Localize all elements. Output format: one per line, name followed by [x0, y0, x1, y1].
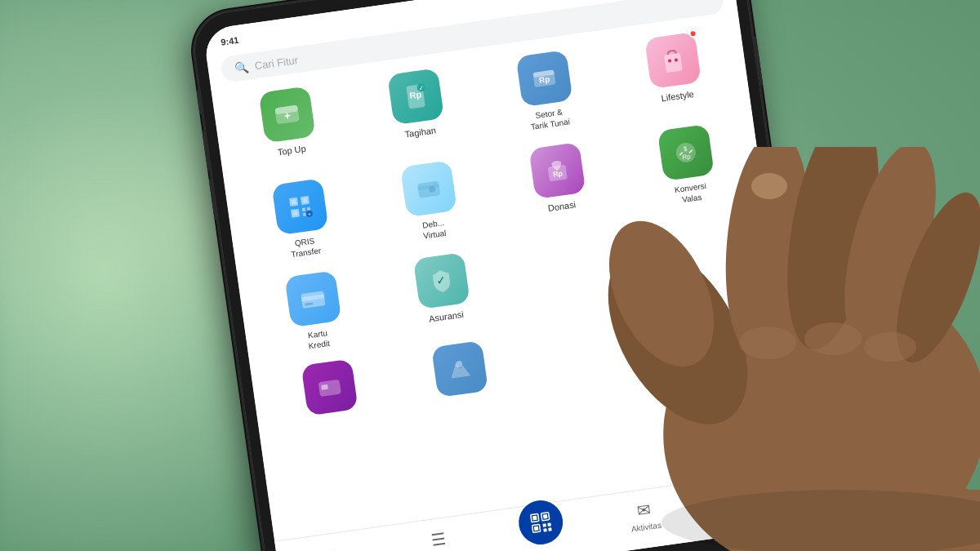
svg-rect-46: [547, 522, 551, 527]
konversi-icon: $ Rp: [657, 124, 714, 181]
svg-rect-42: [543, 513, 548, 518]
asuransi-label: Asuransi: [428, 309, 464, 325]
svg-rect-48: [548, 527, 552, 531]
phone-screen: 9:41 ▌▌▌ 📶 🔋 🔍 Cari Fitur: [203, 0, 810, 551]
search-icon: 🔍: [234, 60, 249, 75]
svg-rect-47: [543, 528, 547, 532]
app-qris-transfer[interactable]: + QRISTransfer: [234, 168, 368, 271]
svg-text:✓: ✓: [417, 84, 424, 92]
kartu-icon: [284, 270, 341, 327]
svg-text:Rp: Rp: [681, 153, 691, 161]
svg-rect-40: [532, 515, 537, 520]
app-top-up[interactable]: + Top Up: [221, 76, 355, 179]
qris-transfer-icon: +: [271, 178, 328, 235]
nav-akun[interactable]: 👤 Akun: [694, 478, 801, 523]
akun-label: Akun: [739, 506, 759, 518]
status-time: 9:41: [220, 35, 239, 47]
svg-rect-21: [302, 212, 306, 216]
app-donasi[interactable]: Rp Donasi: [492, 132, 626, 235]
lifestyle-icon: [644, 32, 701, 89]
lifestyle-label: Lifestyle: [661, 88, 695, 104]
more2-icon: [431, 340, 488, 398]
svg-rect-18: [292, 211, 298, 216]
notification-badge: [688, 29, 697, 38]
svg-text:✓: ✓: [435, 273, 447, 287]
konversi-label: KonversiValas: [674, 180, 708, 206]
donasi-label: Donasi: [547, 198, 577, 214]
spacer2: [681, 300, 740, 367]
spacer: [557, 318, 616, 384]
akun-icon: 👤: [735, 484, 758, 506]
svg-rect-37: [321, 384, 328, 390]
app-more2[interactable]: [427, 335, 492, 403]
app-more1[interactable]: [296, 353, 362, 421]
search-placeholder: Cari Fitur: [254, 53, 299, 71]
mutasi-icon: ☰: [430, 528, 447, 549]
app-kartu-kredit[interactable]: KartuKredit: [247, 260, 381, 363]
nav-home[interactable]: 🏠: [283, 542, 389, 551]
aktivitas-icon: ✉: [635, 500, 652, 521]
svg-rect-19: [301, 208, 305, 212]
donasi-icon: Rp: [528, 142, 586, 199]
nav-qris[interactable]: [488, 509, 595, 551]
svg-rect-10: [663, 53, 682, 73]
aktivitas-label: Aktivitas: [630, 520, 662, 533]
nav-mutasi[interactable]: ☰ Mutasi: [385, 522, 492, 551]
app-konversi-valas[interactable]: $ Rp KonversiValas: [620, 114, 754, 217]
app-dompet-virtual[interactable]: Deb...Virtual: [363, 150, 497, 253]
setor-icon: Rp: [515, 50, 572, 107]
top-up-icon: +: [258, 86, 315, 143]
svg-rect-16: [302, 198, 308, 203]
tagihan-label: Tagihan: [404, 124, 437, 140]
dompet-icon: [399, 160, 457, 217]
svg-text:Rp: Rp: [538, 74, 550, 85]
top-up-label: Top Up: [277, 143, 307, 158]
home-icon: 🏠: [325, 548, 348, 551]
svg-text:Rp: Rp: [552, 169, 564, 179]
setor-label: Setor &Tarik Tunai: [528, 105, 571, 131]
app-lifestyle[interactable]: Lifestyle: [608, 22, 742, 125]
svg-rect-45: [542, 523, 546, 527]
more1-icon: [301, 358, 358, 415]
app-tagihan[interactable]: Rp ✓ Tagihan: [350, 58, 484, 161]
qris-transfer-label: QRISTransfer: [289, 234, 322, 260]
kartu-label: KartuKredit: [306, 327, 330, 351]
nav-aktivitas[interactable]: ✉ Aktivitas: [591, 493, 698, 538]
tagihan-icon: Rp ✓: [387, 68, 444, 125]
app-setor[interactable]: Rp Setor &Tarik Tunai: [479, 40, 612, 143]
dompet-label: Deb...Virtual: [421, 217, 448, 242]
phone-wrapper: 9:41 ▌▌▌ 📶 🔋 🔍 Cari Fitur: [189, 0, 823, 551]
svg-text:+: +: [307, 211, 311, 218]
svg-rect-44: [534, 526, 539, 531]
app-asuransi[interactable]: ✓ Asuransi: [376, 242, 510, 345]
asuransi-icon: ✓: [412, 252, 470, 309]
screen-content: 9:41 ▌▌▌ 📶 🔋 🔍 Cari Fitur: [203, 0, 810, 551]
svg-rect-20: [306, 207, 310, 211]
svg-rect-14: [291, 199, 296, 205]
phone-body: 9:41 ▌▌▌ 📶 🔋 🔍 Cari Fitur: [189, 0, 823, 551]
